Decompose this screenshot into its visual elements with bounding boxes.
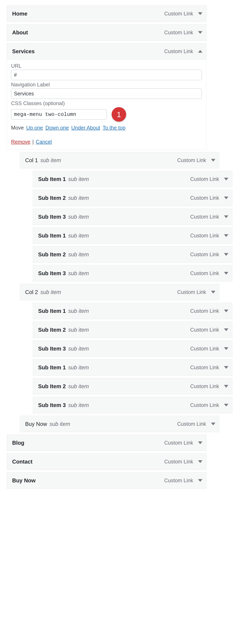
menu-item-right: Custom Link [190, 214, 228, 220]
menu-item-bar[interactable]: HomeCustom Link [7, 6, 206, 22]
move-to-top-link[interactable]: To the top [103, 125, 125, 131]
menu-item-type: Custom Link [190, 308, 219, 314]
menu-item-bar[interactable]: Sub Item 1sub itemCustom Link [33, 228, 232, 244]
caret-down-icon[interactable] [198, 460, 202, 463]
menu-item-bar[interactable]: Col 1sub itemCustom Link [20, 152, 219, 168]
menu-item-bar[interactable]: Sub Item 1sub itemCustom Link [33, 359, 232, 376]
menu-item: Sub Item 2sub itemCustom Link [33, 190, 232, 206]
menu-item-sub-label: sub item [68, 195, 89, 201]
menu-item: Sub Item 1sub itemCustom Link [33, 359, 232, 376]
caret-down-icon[interactable] [211, 291, 215, 294]
menu-item: ContactCustom Link [7, 454, 206, 470]
menu-item-bar[interactable]: Sub Item 3sub itemCustom Link [33, 340, 232, 357]
menu-item-type: Custom Link [177, 289, 206, 295]
menu-item: Sub Item 2sub itemCustom Link [33, 378, 232, 394]
caret-down-icon[interactable] [224, 404, 228, 406]
caret-down-icon[interactable] [224, 272, 228, 275]
menu-item-sub-label: sub item [68, 270, 89, 276]
menu-item-bar[interactable]: AboutCustom Link [7, 24, 206, 41]
menu-item-title-wrap: Sub Item 3sub item [38, 270, 89, 276]
caret-down-icon[interactable] [198, 442, 202, 444]
menu-item-title-wrap: Sub Item 1sub item [38, 308, 89, 314]
caret-down-icon[interactable] [198, 479, 202, 482]
menu-item-right: Custom Link [190, 327, 228, 333]
menu-item-title: Col 1 [25, 157, 38, 164]
menu-item-bar[interactable]: Sub Item 3sub itemCustom Link [33, 265, 232, 282]
menu-item-title-wrap: About [12, 30, 28, 36]
caret-down-icon[interactable] [224, 196, 228, 199]
menu-item-title-wrap: Buy Nowsub item [25, 421, 70, 427]
menu-item-bar[interactable]: ServicesCustom Link [7, 43, 206, 60]
caret-down-icon[interactable] [224, 310, 228, 312]
caret-down-icon[interactable] [211, 159, 215, 162]
menu-item-title: Sub Item 1 [38, 176, 66, 182]
caret-up-icon[interactable] [198, 50, 202, 53]
caret-down-icon[interactable] [224, 385, 228, 388]
remove-link[interactable]: Remove [11, 139, 31, 145]
caret-down-icon[interactable] [224, 347, 228, 350]
move-down-link[interactable]: Down one [45, 125, 69, 131]
menu-item-bar[interactable]: Buy NowCustom Link [7, 472, 206, 489]
menu-item-title: Sub Item 1 [38, 232, 66, 239]
menu-item-type: Custom Link [164, 48, 193, 54]
menu-item: Sub Item 1sub itemCustom Link [33, 171, 232, 187]
caret-down-icon[interactable] [211, 422, 215, 425]
menu-item-sub-label: sub item [40, 157, 61, 164]
menu-item-bar[interactable]: BlogCustom Link [7, 434, 206, 451]
actions-row: Remove | Cancel [11, 139, 202, 145]
navigation-label-input[interactable] [11, 88, 202, 99]
menu-item-right: Custom Link [164, 11, 202, 17]
menu-item-title-wrap: Sub Item 1sub item [38, 232, 89, 239]
cancel-link[interactable]: Cancel [36, 139, 52, 145]
menu-item: Sub Item 3sub itemCustom Link [33, 265, 232, 282]
menu-item-bar[interactable]: Col 2sub itemCustom Link [20, 284, 219, 300]
menu-item: BlogCustom Link [7, 434, 206, 451]
menu-item-bar[interactable]: Sub Item 3sub itemCustom Link [33, 397, 232, 413]
menu-item-title-wrap: Col 2sub item [25, 289, 61, 295]
menu-item: Buy Nowsub itemCustom Link [20, 416, 219, 432]
menu-item-bar[interactable]: Sub Item 2sub itemCustom Link [33, 190, 232, 206]
caret-down-icon[interactable] [224, 216, 228, 218]
menu-item-title: Sub Item 3 [38, 214, 66, 220]
menu-item-bar[interactable]: ContactCustom Link [7, 454, 206, 470]
menu-item-sub-label: sub item [68, 327, 89, 333]
menu-item-right: Custom Link [164, 48, 202, 54]
menu-item-title: Sub Item 1 [38, 308, 66, 314]
menu-item-sub-label: sub item [40, 289, 61, 295]
caret-down-icon[interactable] [224, 366, 228, 369]
move-label: Move [11, 125, 24, 131]
caret-down-icon[interactable] [224, 178, 228, 180]
menu-item-type: Custom Link [190, 270, 219, 276]
menu-item: Buy NowCustom Link [7, 472, 206, 489]
menu-item-right: Custom Link [164, 440, 202, 446]
menu-item-right: Custom Link [177, 289, 215, 295]
move-under-link[interactable]: Under About [71, 125, 100, 131]
caret-down-icon[interactable] [198, 12, 202, 15]
caret-down-icon[interactable] [224, 253, 228, 256]
caret-down-icon[interactable] [224, 328, 228, 331]
menu-item-right: Custom Link [190, 195, 228, 201]
menu-item-bar[interactable]: Buy Nowsub itemCustom Link [20, 416, 219, 432]
menu-item-type: Custom Link [164, 30, 193, 36]
menu-item-title-wrap: Blog [12, 440, 24, 446]
menu-item-title-wrap: Col 1sub item [25, 157, 61, 164]
menu-item-sub-label: sub item [68, 252, 89, 258]
css-classes-input[interactable] [11, 109, 107, 120]
move-up-link[interactable]: Up one [26, 125, 43, 131]
menu-item-bar[interactable]: Sub Item 2sub itemCustom Link [33, 322, 232, 338]
caret-down-icon[interactable] [224, 234, 228, 237]
menu-item-bar[interactable]: Sub Item 2sub itemCustom Link [33, 378, 232, 394]
menu-item-sub-label: sub item [68, 364, 89, 370]
url-input[interactable] [11, 70, 202, 80]
caret-down-icon[interactable] [198, 31, 202, 34]
menu-item-title: About [12, 30, 28, 36]
menu-item-title-wrap: Sub Item 3sub item [38, 346, 89, 352]
menu-item-bar[interactable]: Sub Item 1sub itemCustom Link [33, 303, 232, 319]
menu-item-title-wrap: Sub Item 2sub item [38, 252, 89, 258]
menu-item-bar[interactable]: Sub Item 2sub itemCustom Link [33, 246, 232, 262]
menu-item-sub-label: sub item [68, 308, 89, 314]
menu-item-title: Buy Now [25, 421, 47, 427]
menu-item-type: Custom Link [190, 233, 219, 238]
menu-item-bar[interactable]: Sub Item 3sub itemCustom Link [33, 208, 232, 225]
menu-item-bar[interactable]: Sub Item 1sub itemCustom Link [33, 171, 232, 187]
